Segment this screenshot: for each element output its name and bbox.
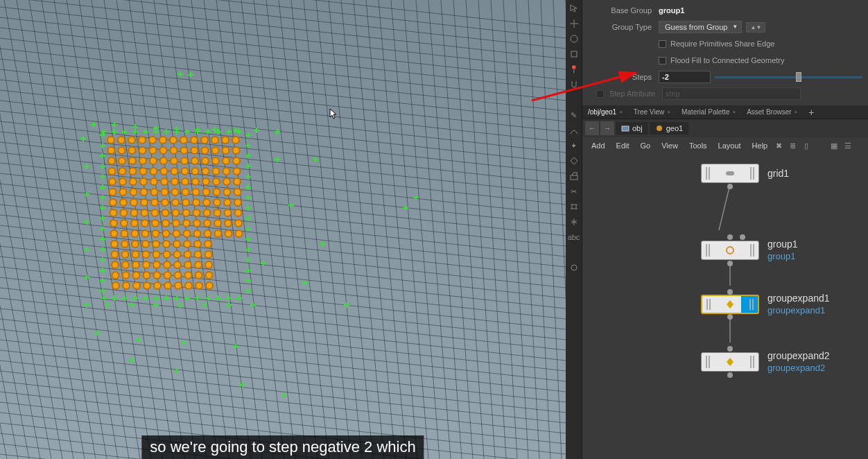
group-node-icon [724,245,736,256]
node-groupexpand1[interactable]: groupexpand1 groupexpand1 [701,293,830,315]
nav-back-button[interactable]: ← [585,121,599,135]
tool-page-icon[interactable]: ▯ [801,141,811,150]
group-type-dropdown[interactable]: Guess from Group [659,21,742,33]
svg-point-1 [571,35,578,42]
viewport-canvas [0,0,566,459]
tab-network[interactable]: /obj/geo1× [582,106,628,118]
flood-fill-label: Flood Fill to Connected Geometry [670,56,784,64]
tab-material-palette[interactable]: Material Palette× [676,106,741,118]
menu-layout[interactable]: Layout [713,139,746,152]
steps-input[interactable] [659,71,711,83]
base-group-label: Base Group [582,6,659,15]
svg-line-7 [719,184,730,230]
svg-point-6 [657,125,662,131]
steps-slider[interactable] [715,76,862,78]
path-segment-obj[interactable]: obj [616,122,648,135]
share-edge-checkbox[interactable] [659,40,666,48]
close-icon[interactable]: × [732,109,736,115]
share-edge-label: Require Primitives Share Edge [670,40,774,48]
group-type-label: Group Type [582,23,659,31]
network-view[interactable]: grid1 group1 group1 groupexpand1 [582,154,868,452]
tool-poly-icon[interactable] [567,154,581,168]
menu-tools[interactable]: Tools [684,139,712,152]
steps-label: Steps [582,73,659,81]
svg-rect-3 [571,175,578,180]
tab-asset-browser[interactable]: Asset Browser× [741,106,803,118]
tool-scale-icon[interactable] [567,47,581,61]
close-icon[interactable]: × [795,109,798,115]
tool-grid-icon[interactable]: ▦ [829,141,839,150]
tool-bridge-icon[interactable] [567,200,581,214]
path-bar: ← → obj geo1 [582,119,868,137]
geo-icon [655,124,663,132]
video-caption: so we're going to step negative 2 which [141,435,424,459]
tool-brush-icon[interactable]: ✎ [567,108,581,122]
nav-forward-button[interactable]: → [600,121,614,135]
tool-rotate-icon[interactable] [567,32,581,46]
flood-fill-checkbox[interactable] [659,57,666,64]
step-attr-label: Step Attribute [608,89,662,98]
path-segment-geo[interactable]: geo1 [650,122,688,135]
parameter-pane: Base Group group1 Group Type Guess from … [582,0,868,105]
svg-point-4 [571,265,577,270]
node-group1[interactable]: group1 group1 [701,239,798,261]
tab-add-button[interactable]: + [803,107,819,118]
viewport-3d[interactable]: so we're going to step negative 2 which [0,0,566,459]
network-menu-bar: Add Edit Go View Tools Layout Help ✖ ≣ ▯… [582,137,868,154]
tool-snap-icon[interactable] [567,78,581,92]
groupexpand-node-icon [724,299,736,310]
menu-add[interactable]: Add [587,139,610,152]
menu-edit[interactable]: Edit [611,139,634,152]
grid-node-icon [724,168,736,179]
svg-rect-5 [622,126,629,131]
svg-rect-10 [726,171,734,175]
step-attr-input [662,87,801,100]
tool-curve-icon[interactable] [567,123,581,137]
tool-knife-icon[interactable]: ✂ [567,184,581,198]
tool-select-icon[interactable] [567,1,581,15]
close-icon[interactable]: × [667,109,670,115]
tool-text-icon[interactable]: abc [567,230,581,244]
tool-mirror-icon[interactable] [567,215,581,229]
tool-wrench-icon[interactable]: ✖ [774,141,783,150]
close-icon[interactable]: × [619,109,623,115]
svg-rect-2 [571,51,577,57]
svg-point-11 [727,247,734,254]
network-tab-bar: /obj/geo1× Tree View× Material Palette× … [582,105,868,119]
tool-move-icon[interactable] [567,17,581,31]
viewport-toolbar: 📍 ✎ ✦ ✂ abc [566,0,582,459]
tool-display-icon[interactable] [567,261,581,275]
node-groupexpand2[interactable]: groupexpand2 groupexpand2 [701,350,830,373]
tool-extrude-icon[interactable] [567,169,581,183]
step-attr-checkbox[interactable] [596,90,604,98]
menu-go[interactable]: Go [636,139,656,152]
tool-list-icon[interactable]: ≣ [788,141,797,150]
tool-tree-icon[interactable]: ☰ [843,141,853,150]
base-group-value[interactable]: group1 [659,6,684,15]
tool-pin-icon[interactable]: 📍 [567,62,581,76]
groupexpand-node-icon [724,356,736,367]
tool-light-icon[interactable]: ✦ [567,139,581,153]
menu-view[interactable]: View [657,139,683,152]
node-grid1[interactable]: grid1 [701,164,789,183]
group-type-stepper[interactable]: ▲▼ [746,22,765,33]
right-panel: Base Group group1 Group Type Guess from … [582,0,868,459]
tab-tree-view[interactable]: Tree View× [628,106,676,118]
obj-icon [621,124,630,132]
menu-help[interactable]: Help [747,139,773,152]
